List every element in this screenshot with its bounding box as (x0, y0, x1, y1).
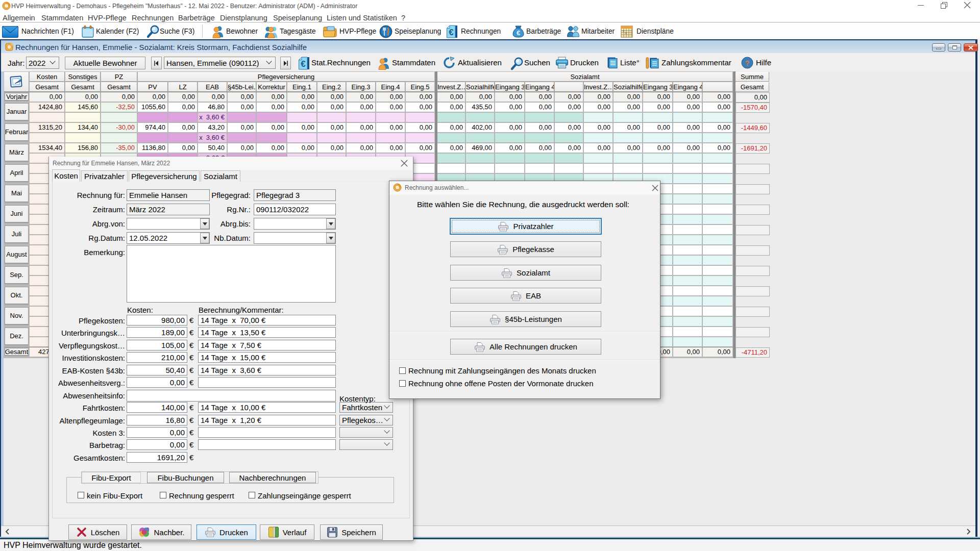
svg-text:?: ? (745, 59, 749, 67)
svg-text:€: € (449, 28, 454, 37)
svg-text:€: € (517, 29, 520, 37)
svg-text:€: € (301, 59, 306, 69)
